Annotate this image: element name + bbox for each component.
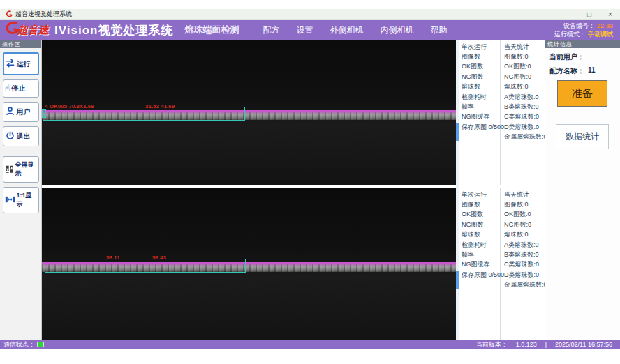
app-logo-icon (6, 10, 13, 17)
stats-panel-outer: 单次运行 图像数 OK图数 NG图数 熔珠数 检测耗时 帧率 NG图缓存 保存原… (459, 40, 545, 185)
main-menu: 配方 设置 外侧相机 内侧相机 帮助 (263, 24, 447, 36)
stat-row-save: 保存原图 0/500 (462, 122, 500, 132)
stat-row: 图像数:0 (504, 199, 545, 209)
version-label: 当前版本： (476, 340, 508, 349)
menu-item-recipe[interactable]: 配方 (263, 24, 279, 36)
app-title: IVision视觉处理系统 (54, 22, 173, 38)
data-statistics-button[interactable]: 数据统计 (556, 124, 609, 149)
outer-camera-view: 4 OK005 70.8X1.69 31.53 41.69 (42, 40, 456, 185)
device-number-label: 设备编号： (563, 22, 595, 30)
recipe-name-label: 配方名称： (549, 66, 584, 76)
app-header: 超音速 IVision视觉处理系统 熔珠端面检测 配方 设置 外侧相机 内侧相机… (0, 20, 620, 40)
status-bar-right: 当前版本： 1.0.123 | 2025/02/11 16:57:56 (476, 340, 612, 349)
stat-row: 图像数 (462, 199, 500, 209)
window-title: 超音速视觉处理系统 (15, 10, 72, 19)
stat-row: NG图缓存 (462, 112, 500, 121)
sidebar-spacer (0, 146, 41, 152)
group-rule (531, 47, 543, 47)
group-rule (531, 195, 543, 195)
stop-hand-icon: ☝ (5, 84, 10, 93)
stat-row: OK图数:0 (504, 61, 545, 71)
measurement-annotation: 56.43 (152, 255, 166, 261)
stats-panel-inner: 单次运行 图像数 OK图数 NG图数 熔珠数 检测耗时 帧率 NG图缓存 保存原… (459, 188, 545, 340)
fullscreen-button[interactable]: 全屏显示 (3, 156, 39, 183)
statistics-area: 单次运行 图像数 OK图数 NG图数 熔珠数 检测耗时 帧率 NG图缓存 保存原… (459, 40, 545, 340)
stat-row: C类熔珠数:0 (504, 112, 545, 121)
menu-item-outer-camera[interactable]: 外侧相机 (330, 24, 363, 36)
operation-sidebar: 操作区 运行 ☝ 停止 用户 退出 全屏显示 1:1显示 (0, 40, 42, 340)
stat-row: A类熔珠数:0 (504, 240, 545, 250)
stat-row: 帧率 (462, 102, 500, 112)
stat-row: OK图数 (462, 209, 500, 219)
device-number-value: 22-33 (597, 22, 613, 30)
stat-row: D类熔珠数:0 (504, 270, 545, 280)
stat-row: 检测耗时 (462, 92, 500, 102)
exit-button[interactable]: 退出 (3, 126, 39, 146)
inner-camera-view: 53.11 56.43 (42, 188, 456, 340)
stat-row: 图像数:0 (504, 52, 545, 61)
stat-row: NG图数 (462, 220, 500, 229)
datetime-value: 2025/02/11 16:57:56 (555, 341, 612, 348)
comm-status: 通信状态： (3, 340, 44, 349)
measurement-annotation: 31.53 41.69 (145, 103, 175, 109)
roi-marker (42, 109, 46, 118)
run-button-label: 运行 (17, 59, 31, 69)
run-mode-value: 手动调试 (588, 30, 613, 38)
roi-rectangle (45, 259, 246, 273)
stat-row: 图像数 (462, 52, 500, 61)
stat-row: NG图数:0 (504, 220, 545, 229)
camera-viewport: 4 OK005 70.8X1.69 31.53 41.69 53.11 56.4… (42, 40, 456, 340)
stat-row: OK图数 (462, 61, 500, 71)
stat-row: NG图缓存 (462, 259, 500, 269)
user-button[interactable]: 用户 (3, 102, 39, 122)
group-rule (488, 195, 499, 195)
stat-row-save: 保存原图 0/500 (462, 270, 500, 280)
measurement-annotation: 53.11 (106, 255, 120, 261)
exit-button-label: 退出 (17, 132, 31, 142)
stat-row: NG图数 (462, 72, 500, 82)
recipe-name-value: 11 (588, 66, 596, 76)
one-to-one-button[interactable]: 1:1显示 (3, 187, 39, 213)
current-user-row: 当前用户： (549, 52, 620, 62)
status-separator: | (545, 341, 547, 348)
stat-row: 熔珠数 (462, 229, 500, 239)
single-run-group: 单次运行 图像数 OK图数 NG图数 熔珠数 检测耗时 帧率 NG图缓存 保存原… (459, 40, 501, 185)
os-titlebar: 超音速视觉处理系统 – □ × (0, 9, 620, 20)
user-button-label: 用户 (17, 107, 31, 117)
sidebar-header: 操作区 (0, 40, 41, 48)
stat-row: 熔珠数:0 (504, 82, 545, 91)
menu-item-settings[interactable]: 设置 (296, 24, 313, 36)
status-bar: 通信状态： 当前版本： 1.0.123 | 2025/02/11 16:57:5… (0, 340, 620, 349)
stat-row: 熔珠数 (462, 82, 500, 91)
stop-button[interactable]: ☝ 停止 (3, 79, 39, 98)
close-button[interactable]: × (606, 10, 614, 18)
single-run-group: 单次运行 图像数 OK图数 NG图数 熔珠数 检测耗时 帧率 NG图缓存 保存原… (459, 188, 501, 340)
stat-row: C类熔珠数:0 (504, 259, 545, 269)
run-mode-label: 运行模式： (554, 30, 586, 38)
run-button[interactable]: 运行 (3, 52, 39, 75)
menu-item-help[interactable]: 帮助 (430, 24, 447, 36)
one-to-one-button-label: 1:1显示 (17, 191, 37, 209)
recipe-name-row: 配方名称： 11 (549, 66, 620, 76)
stat-row: NG图数:0 (504, 72, 545, 82)
group-rule (488, 47, 499, 47)
one-to-one-icon (5, 195, 15, 206)
today-stats-group: 当天统计 图像数:0 OK图数:0 NG图数:0 熔珠数:0 A类熔珠数:0 B… (501, 40, 545, 185)
comm-status-label: 通信状态： (3, 340, 35, 349)
minimize-button[interactable]: – (564, 10, 573, 18)
comm-status-led (37, 342, 44, 347)
maximize-button[interactable]: □ (585, 10, 593, 18)
stat-row: 帧率 (462, 250, 500, 259)
info-panel: 统计信息 当前用户： 配方名称： 11 准备 数据统计 (545, 40, 620, 340)
app-subtitle: 熔珠端面检测 (184, 24, 239, 36)
brand-name: 超音速 (17, 24, 49, 37)
info-panel-header: 统计信息 (545, 40, 620, 48)
group-title: 单次运行 (462, 43, 487, 52)
brand-logo: 超音速 (4, 21, 49, 39)
version-value: 1.0.123 (516, 341, 537, 348)
power-icon (5, 130, 15, 142)
fullscreen-grid-icon (5, 165, 14, 175)
menu-item-inner-camera[interactable]: 内侧相机 (380, 24, 413, 36)
group-title: 单次运行 (462, 190, 487, 199)
ready-button[interactable]: 准备 (557, 80, 607, 107)
